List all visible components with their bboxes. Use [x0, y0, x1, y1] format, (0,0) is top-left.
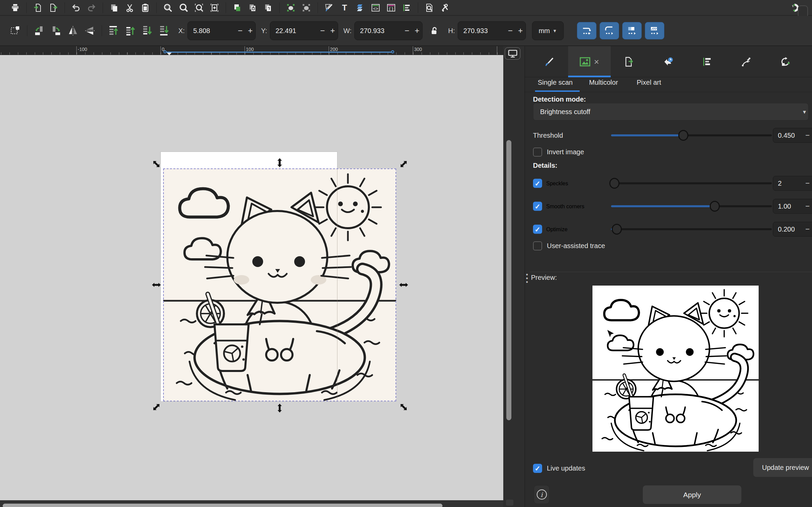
- preferences-button[interactable]: [437, 1, 453, 14]
- tab-undo-history[interactable]: [658, 51, 679, 73]
- h-value[interactable]: 270.933: [458, 27, 505, 35]
- copy-button[interactable]: [106, 1, 122, 14]
- optimize-checkbox[interactable]: [533, 225, 542, 234]
- scale-stroke-toggle[interactable]: [577, 22, 597, 39]
- cut-button[interactable]: [122, 1, 137, 14]
- speckles-spinbox[interactable]: 2−: [773, 176, 812, 191]
- scale-corners-toggle[interactable]: [600, 22, 619, 39]
- user-assisted-row[interactable]: User-assisted trace: [533, 241, 605, 250]
- update-preview-button[interactable]: Update preview: [753, 458, 812, 477]
- scrollbar-corner-widget[interactable]: [506, 500, 513, 506]
- zoom-selection-button[interactable]: [160, 1, 176, 14]
- zoom-page-button[interactable]: [191, 1, 207, 14]
- w-field[interactable]: 270.933−+: [354, 21, 423, 40]
- smooth-corners-slider-thumb[interactable]: [710, 201, 720, 212]
- x-value[interactable]: 5.808: [188, 27, 235, 35]
- layers-button[interactable]: [352, 1, 368, 14]
- scale-gradient-toggle[interactable]: [622, 22, 642, 39]
- invert-image-row[interactable]: Invert image: [533, 148, 584, 157]
- import-button[interactable]: [30, 1, 46, 14]
- tab-single-scan[interactable]: Single scan: [538, 79, 573, 86]
- ungroup-button[interactable]: [299, 1, 314, 14]
- horizontal-scrollbar-thumb[interactable]: [3, 504, 442, 507]
- y-decrement[interactable]: −: [318, 26, 328, 35]
- clone-button[interactable]: [245, 1, 260, 14]
- duplicate-button[interactable]: [229, 1, 245, 14]
- tab-multicolor[interactable]: Multicolor: [589, 79, 618, 86]
- smooth-corners-decrement[interactable]: −: [805, 202, 812, 211]
- speckles-decrement[interactable]: −: [805, 179, 812, 188]
- h-decrement[interactable]: −: [505, 26, 515, 35]
- smooth-corners-slider[interactable]: [611, 205, 772, 207]
- scale-pattern-toggle[interactable]: [645, 22, 664, 39]
- w-value[interactable]: 270.933: [355, 27, 402, 35]
- speckles-checkbox[interactable]: [533, 179, 542, 188]
- redo-button[interactable]: [84, 1, 99, 14]
- optimize-slider-thumb[interactable]: [612, 224, 622, 235]
- lower-to-bottom-button[interactable]: [156, 22, 173, 39]
- x-field[interactable]: 5.808−+: [187, 21, 256, 40]
- unit-dropdown[interactable]: mm▼: [532, 21, 564, 40]
- fill-stroke-button[interactable]: [321, 1, 337, 14]
- apply-button[interactable]: Apply: [642, 485, 742, 504]
- tab-objects[interactable]: [696, 51, 718, 73]
- rotate-cw-button[interactable]: [48, 22, 65, 39]
- smooth-corners-value[interactable]: 1.00: [773, 203, 805, 210]
- tab-export[interactable]: [618, 51, 640, 73]
- optimize-slider[interactable]: [611, 228, 772, 230]
- threshold-decrement[interactable]: −: [805, 131, 812, 140]
- tab-fill-stroke[interactable]: [538, 51, 560, 73]
- y-field[interactable]: 22.491−+: [270, 21, 338, 40]
- x-increment[interactable]: +: [245, 26, 255, 35]
- live-updates-row[interactable]: Live updates: [533, 464, 585, 473]
- unlink-clone-button[interactable]: [260, 1, 276, 14]
- speckles-value[interactable]: 2: [773, 180, 805, 187]
- snap-toggle-button[interactable]: [788, 1, 803, 14]
- w-increment[interactable]: +: [412, 26, 422, 35]
- scale-handle-bottom-right[interactable]: [397, 400, 411, 414]
- paste-button[interactable]: [137, 1, 153, 14]
- align-distribute-button[interactable]: [399, 1, 414, 14]
- drag-handle-icon[interactable]: •••: [526, 273, 528, 285]
- select-frame-button[interactable]: [7, 22, 24, 39]
- h-increment[interactable]: +: [515, 26, 526, 35]
- y-value[interactable]: 22.491: [270, 27, 318, 35]
- threshold-slider[interactable]: [611, 134, 772, 136]
- close-dialog-button[interactable]: ×: [594, 57, 599, 66]
- tab-transform[interactable]: [775, 51, 796, 73]
- find-replace-button[interactable]: [422, 1, 437, 14]
- live-updates-checkbox[interactable]: [533, 464, 542, 473]
- flip-vertical-button[interactable]: [81, 22, 98, 39]
- lower-button[interactable]: [139, 22, 156, 39]
- smooth-corners-spinbox[interactable]: 1.00−: [773, 199, 812, 214]
- optimize-value[interactable]: 0.200: [773, 225, 805, 233]
- user-assisted-checkbox[interactable]: [533, 241, 542, 250]
- tab-path-effects[interactable]: [735, 51, 757, 73]
- threshold-slider-thumb[interactable]: [678, 130, 688, 141]
- object-properties-button[interactable]: { }: [383, 1, 399, 14]
- scale-handle-right[interactable]: [399, 280, 409, 290]
- xml-editor-button[interactable]: <>: [368, 1, 383, 14]
- canvas[interactable]: -100 0 100 200 300: [0, 46, 503, 507]
- smooth-corners-checkbox[interactable]: [533, 202, 542, 211]
- h-field[interactable]: 270.933−+: [458, 21, 526, 40]
- detection-mode-dropdown[interactable]: Brightness cutoff ▼: [533, 103, 809, 121]
- zoom-center-page-button[interactable]: [207, 1, 222, 14]
- text-tool-button[interactable]: T: [337, 1, 352, 14]
- export-button[interactable]: [46, 1, 61, 14]
- scale-handle-left[interactable]: [151, 280, 161, 290]
- threshold-spinbox[interactable]: 0.450−: [773, 128, 812, 143]
- flip-horizontal-button[interactable]: [65, 22, 81, 39]
- invert-image-checkbox[interactable]: [533, 148, 542, 157]
- print-button[interactable]: [7, 1, 23, 14]
- raise-button[interactable]: [122, 22, 139, 39]
- threshold-value[interactable]: 0.450: [773, 132, 805, 139]
- optimize-spinbox[interactable]: 0.200−: [773, 222, 812, 237]
- tab-pixel-art[interactable]: Pixel art: [637, 79, 661, 86]
- scale-handle-bottom-left[interactable]: [149, 400, 163, 414]
- undo-button[interactable]: [68, 1, 84, 14]
- scale-handle-bottom[interactable]: [275, 403, 285, 413]
- vertical-scrollbar-thumb[interactable]: [506, 140, 511, 420]
- rotate-ccw-button[interactable]: [31, 22, 48, 39]
- display-mode-button[interactable]: [505, 47, 521, 60]
